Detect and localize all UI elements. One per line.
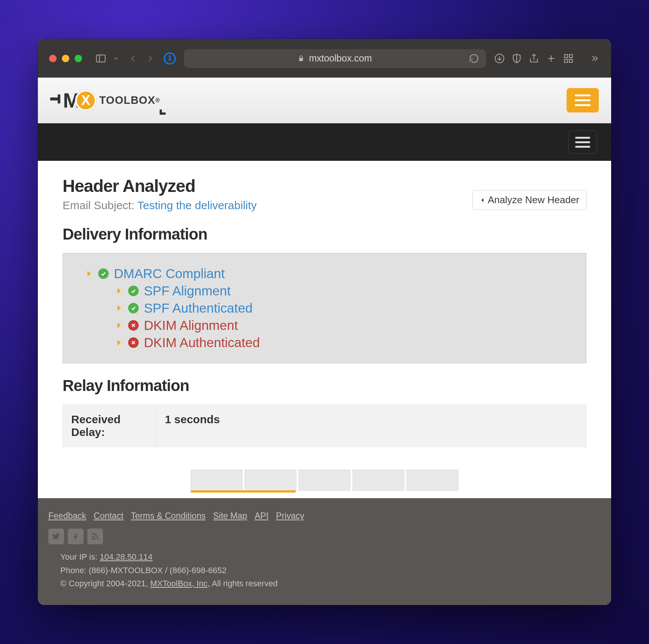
window-controls	[49, 55, 82, 62]
url-text: mxtoolbox.com	[309, 53, 372, 64]
hamburger-menu-secondary-button[interactable]	[568, 130, 597, 154]
chevron-right-icon	[85, 270, 93, 277]
logo-reg: ®	[156, 97, 160, 104]
footer-link[interactable]: Site Map	[213, 511, 247, 521]
onepassword-icon[interactable]: 1	[164, 52, 176, 64]
copyright-post: , All rights reserved	[208, 579, 278, 588]
toolbar-right	[494, 53, 600, 64]
delivery-link[interactable]: SPF Authenticated	[144, 301, 253, 316]
logo-x-circle-icon: X	[75, 90, 96, 111]
copyright-pre: © Copyright 2004-2021,	[60, 579, 150, 588]
svg-rect-0	[96, 55, 105, 62]
minimize-window-button[interactable]	[62, 55, 69, 62]
ip-link[interactable]: 104.28.50.114	[100, 552, 153, 562]
ip-label: Your IP is:	[60, 552, 100, 562]
delivery-row: DKIM Authenticated	[115, 335, 571, 350]
relay-value: 1 seconds	[157, 405, 586, 447]
nav-controls	[128, 53, 156, 64]
delivery-row: DKIM Alignment	[115, 318, 571, 333]
footer-link[interactable]: Feedback	[48, 511, 86, 521]
chevron-right-icon	[115, 304, 123, 312]
social-icons	[48, 529, 601, 544]
check-icon	[98, 268, 109, 279]
site-header: M X TOOLBOX ®	[38, 78, 611, 123]
delivery-link[interactable]: DMARC Compliant	[114, 266, 225, 281]
relay-heading: Relay Information	[63, 377, 586, 395]
relay-key: Received Delay:	[63, 405, 157, 447]
titlebar: 1 mxtoolbox.com	[38, 39, 611, 78]
subject-label: Email Subject:	[63, 199, 138, 211]
downloads-icon[interactable]	[494, 53, 505, 64]
hop-cell[interactable]	[191, 470, 242, 491]
delivery-row: DMARC Compliant	[85, 266, 571, 281]
copyright-link[interactable]: MXToolBox, Inc	[150, 579, 208, 588]
new-tab-icon[interactable]	[546, 53, 556, 64]
site-footer: FeedbackContactTerms & ConditionsSite Ma…	[38, 498, 611, 605]
overflow-icon[interactable]	[589, 53, 600, 64]
check-icon	[128, 286, 139, 296]
hop-cell[interactable]	[407, 470, 458, 491]
x-icon	[128, 337, 139, 348]
page-content: Header Analyzed Email Subject: Testing t…	[38, 161, 611, 498]
close-window-button[interactable]	[49, 55, 57, 62]
chevron-right-icon	[115, 322, 123, 329]
svg-point-16	[92, 538, 94, 540]
chevron-left-icon	[480, 196, 486, 205]
hamburger-menu-button[interactable]	[567, 88, 599, 112]
delivery-link[interactable]: DKIM Authenticated	[144, 335, 260, 350]
footer-phone: Phone: (866)-MXTOOLBOX / (866)-698-6652	[60, 564, 601, 577]
delivery-row: SPF Authenticated	[115, 301, 571, 316]
rss-icon[interactable]	[87, 529, 103, 544]
relay-table: Received Delay: 1 seconds	[63, 404, 586, 447]
footer-link[interactable]: Privacy	[276, 511, 304, 521]
delivery-row: SPF Alignment	[115, 283, 571, 298]
svg-rect-11	[569, 59, 572, 62]
browser-window: 1 mxtoolbox.com M X TOOLBOX ®	[38, 39, 611, 605]
shield-icon[interactable]	[511, 53, 522, 64]
facebook-icon[interactable]	[68, 529, 84, 544]
svg-rect-9	[569, 54, 572, 57]
logo-tick-icon	[50, 86, 61, 115]
back-button[interactable]	[128, 53, 138, 64]
footer-info: Your IP is: 104.28.50.114 Phone: (866)-M…	[60, 550, 601, 590]
lock-icon	[298, 55, 304, 62]
footer-link[interactable]: API	[254, 511, 268, 521]
check-icon	[128, 303, 139, 313]
tab-overview-icon[interactable]	[563, 53, 574, 64]
chevron-right-icon	[115, 339, 123, 346]
hop-cell[interactable]	[299, 470, 350, 491]
delivery-heading: Delivery Information	[63, 225, 586, 243]
svg-rect-10	[565, 59, 568, 62]
logo[interactable]: M X TOOLBOX ®	[50, 86, 166, 115]
forward-button[interactable]	[145, 53, 156, 64]
footer-link[interactable]: Terms & Conditions	[131, 511, 205, 521]
footer-link[interactable]: Contact	[94, 511, 123, 521]
footer-links: FeedbackContactTerms & ConditionsSite Ma…	[48, 511, 601, 521]
delivery-box: DMARC CompliantSPF AlignmentSPF Authenti…	[63, 253, 586, 363]
sidebar-toggle-icon[interactable]	[96, 53, 106, 64]
logo-text: TOOLBOX	[99, 94, 156, 106]
hop-cell[interactable]	[353, 470, 404, 491]
url-bar[interactable]: mxtoolbox.com	[184, 49, 486, 68]
chevron-down-icon[interactable]	[113, 53, 120, 64]
hop-cell[interactable]	[245, 470, 296, 491]
sidebar-controls	[96, 53, 120, 64]
chevron-right-icon	[115, 287, 123, 295]
secondary-nav	[38, 123, 611, 161]
zoom-window-button[interactable]	[75, 55, 82, 62]
delivery-link[interactable]: DKIM Alignment	[144, 318, 238, 333]
subject-link[interactable]: Testing the deliverability	[138, 199, 257, 211]
svg-rect-8	[565, 54, 568, 57]
x-icon	[128, 320, 139, 331]
share-icon[interactable]	[529, 53, 539, 64]
hop-strip	[63, 470, 586, 491]
delivery-link[interactable]: SPF Alignment	[144, 283, 231, 298]
reload-icon[interactable]	[469, 53, 479, 64]
logo-end-icon	[160, 104, 166, 115]
twitter-icon[interactable]	[48, 529, 64, 544]
analyze-btn-label: Analyze New Header	[488, 194, 579, 206]
analyze-new-header-button[interactable]: Analyze New Header	[473, 190, 586, 210]
